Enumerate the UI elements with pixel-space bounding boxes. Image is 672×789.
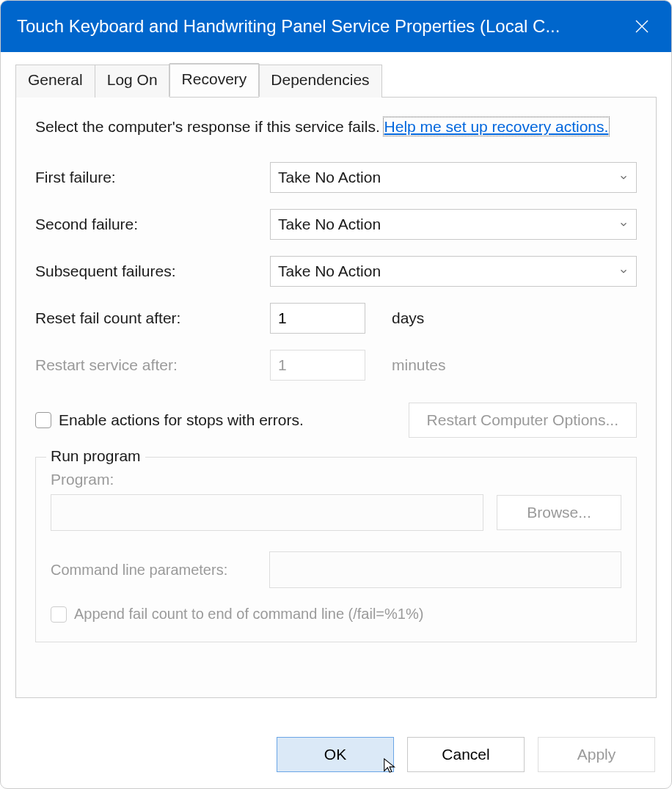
first-failure-label: First failure: bbox=[35, 169, 270, 186]
reset-fail-count-label: Reset fail count after: bbox=[35, 309, 270, 327]
append-fail-count-label: Append fail count to end of command line… bbox=[74, 606, 423, 623]
close-button[interactable] bbox=[613, 1, 671, 52]
subsequent-failures-combo[interactable]: Take No Action bbox=[270, 256, 637, 287]
reset-unit: days bbox=[392, 309, 637, 327]
program-input bbox=[51, 494, 483, 531]
run-program-group: Run program Program: Browse... Command l… bbox=[35, 457, 637, 642]
chevron-down-icon bbox=[618, 266, 629, 276]
second-failure-value: Take No Action bbox=[278, 216, 381, 233]
tab-recovery[interactable]: Recovery bbox=[169, 64, 260, 97]
append-fail-count-checkbox bbox=[51, 606, 67, 623]
program-label: Program: bbox=[51, 471, 621, 488]
chevron-down-icon bbox=[618, 172, 629, 183]
first-failure-combo[interactable]: Take No Action bbox=[270, 162, 637, 193]
subsequent-failures-value: Take No Action bbox=[278, 263, 381, 280]
restart-unit: minutes bbox=[392, 356, 637, 374]
close-icon bbox=[633, 18, 651, 35]
service-properties-dialog: Touch Keyboard and Handwriting Panel Ser… bbox=[0, 0, 672, 789]
titlebar: Touch Keyboard and Handwriting Panel Ser… bbox=[1, 1, 671, 52]
second-failure-label: Second failure: bbox=[35, 216, 270, 233]
cancel-button[interactable]: Cancel bbox=[407, 737, 525, 772]
restart-service-label: Restart service after: bbox=[35, 356, 270, 374]
tab-log-on[interactable]: Log On bbox=[95, 65, 170, 98]
window-title: Touch Keyboard and Handwriting Panel Ser… bbox=[17, 16, 613, 37]
tab-strip: General Log On Recovery Dependencies bbox=[15, 64, 671, 97]
chevron-down-icon bbox=[618, 219, 629, 230]
tab-general[interactable]: General bbox=[15, 65, 95, 98]
subsequent-failures-label: Subsequent failures: bbox=[35, 263, 270, 280]
recovery-panel: Select the computer's response if this s… bbox=[15, 97, 657, 698]
enable-actions-checkbox-row[interactable]: Enable actions for stops with errors. bbox=[35, 411, 304, 429]
ok-button[interactable]: OK bbox=[277, 737, 394, 772]
apply-button: Apply bbox=[538, 737, 655, 772]
params-input bbox=[269, 551, 621, 588]
reset-fail-count-input[interactable] bbox=[270, 303, 365, 334]
dialog-buttons: OK Cancel Apply bbox=[277, 737, 655, 772]
browse-button: Browse... bbox=[497, 495, 621, 530]
enable-actions-label: Enable actions for stops with errors. bbox=[59, 411, 304, 429]
params-label: Command line parameters: bbox=[51, 562, 256, 579]
second-failure-combo[interactable]: Take No Action bbox=[270, 209, 637, 240]
recovery-intro: Select the computer's response if this s… bbox=[35, 117, 637, 137]
restart-computer-options-button: Restart Computer Options... bbox=[409, 403, 637, 438]
help-link[interactable]: Help me set up recovery actions. bbox=[384, 118, 609, 135]
first-failure-value: Take No Action bbox=[278, 169, 381, 186]
restart-service-input bbox=[270, 350, 365, 381]
intro-text: Select the computer's response if this s… bbox=[35, 118, 384, 135]
tab-dependencies[interactable]: Dependencies bbox=[258, 65, 381, 98]
run-program-legend: Run program bbox=[46, 447, 145, 465]
enable-actions-checkbox[interactable] bbox=[35, 412, 51, 428]
